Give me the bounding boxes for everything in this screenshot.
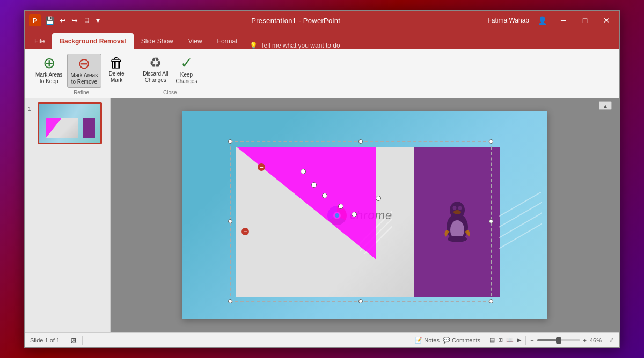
notes-button[interactable]: 📝 Notes bbox=[415, 337, 440, 344]
anchor-point-2[interactable] bbox=[311, 182, 317, 188]
app-window: P 💾 ↩ ↪ 🖥 ▾ Presentation1 - PowerPoint F… bbox=[24, 10, 620, 348]
delete-mark-button[interactable]: 🗑 DeleteMark bbox=[103, 54, 130, 86]
discard-label: Discard AllChanges bbox=[143, 71, 168, 84]
comments-label: Comments bbox=[452, 337, 480, 344]
maximize-button[interactable]: □ bbox=[576, 13, 594, 28]
fit-slide-button[interactable]: ⤢ bbox=[609, 337, 614, 344]
refine-label: Refine bbox=[32, 88, 130, 98]
zoom-fill bbox=[537, 339, 557, 341]
slide-canvas: chrome bbox=[182, 111, 547, 319]
more-icon[interactable]: ▾ bbox=[94, 15, 102, 26]
separator-1 bbox=[65, 336, 65, 345]
title-bar-nav: 💾 ↩ ↪ 🖥 ▾ bbox=[43, 15, 102, 26]
bg-lines bbox=[499, 192, 542, 256]
minimize-button[interactable]: ─ bbox=[555, 13, 572, 28]
thumbnail-bg bbox=[39, 104, 100, 143]
title-bar-left: P 💾 ↩ ↪ 🖥 ▾ Presentation1 - PowerPoint bbox=[29, 14, 487, 26]
close-buttons: ♻ Discard AllChanges ✓ KeepChanges bbox=[140, 51, 200, 88]
tab-file[interactable]: File bbox=[27, 33, 52, 49]
app-title: Presentation1 - PowerPoint bbox=[104, 17, 487, 25]
handle-tl[interactable] bbox=[228, 139, 232, 144]
undo-icon[interactable]: ↩ bbox=[57, 15, 68, 26]
ribbon-content: ⊕ Mark Areasto Keep ⊖ Mark Areasto Remov… bbox=[25, 49, 619, 98]
handle-bc[interactable] bbox=[358, 299, 363, 303]
refine-buttons: ⊕ Mark Areasto Keep ⊖ Mark Areasto Remov… bbox=[32, 51, 130, 88]
remove-marker-2[interactable]: − bbox=[241, 228, 249, 235]
mark-keep-label: Mark Areasto Keep bbox=[35, 72, 63, 85]
discard-icon: ♻ bbox=[149, 56, 162, 70]
zoom-out-button[interactable]: − bbox=[530, 337, 533, 344]
reading-view-button[interactable]: 📖 bbox=[506, 337, 514, 344]
discard-changes-button[interactable]: ♻ Discard AllChanges bbox=[140, 54, 171, 86]
separator-3 bbox=[485, 336, 485, 345]
tab-background-removal[interactable]: Background Removal bbox=[52, 33, 133, 49]
zoom-thumb[interactable] bbox=[556, 337, 561, 344]
remove-marker-1[interactable]: − bbox=[258, 163, 265, 171]
separator-4 bbox=[525, 336, 526, 345]
keep-changes-button[interactable]: ✓ KeepChanges bbox=[172, 54, 200, 87]
zoom-slider[interactable] bbox=[537, 339, 580, 341]
mark-remove-icon: ⊖ bbox=[78, 56, 90, 71]
anchor-point-3[interactable] bbox=[322, 193, 327, 198]
slide-info: Slide 1 of 1 bbox=[30, 337, 60, 344]
slide-thumbnail[interactable] bbox=[38, 102, 102, 144]
notes-label: Notes bbox=[424, 337, 440, 344]
slide-sorter-button[interactable]: ⊞ bbox=[498, 337, 503, 344]
slide-thumb-container: 1 bbox=[28, 102, 107, 144]
main-area: 1 ▲ bbox=[25, 98, 619, 332]
keep-label: KeepChanges bbox=[175, 72, 197, 85]
mark-keep-button[interactable]: ⊕ Mark Areasto Keep bbox=[32, 54, 66, 87]
anchor-point-6[interactable] bbox=[376, 196, 381, 201]
comments-icon: 💬 bbox=[443, 337, 450, 344]
anchor-point-1[interactable] bbox=[301, 169, 306, 174]
status-icon: 🖼 bbox=[71, 337, 77, 344]
canvas-area[interactable]: ▲ chrome bbox=[111, 98, 619, 332]
delete-mark-icon: 🗑 bbox=[109, 56, 123, 70]
slide-number: 1 bbox=[28, 106, 35, 112]
anchor-point-4[interactable] bbox=[338, 204, 343, 209]
mark-keep-icon: ⊕ bbox=[43, 56, 55, 71]
powerpoint-icon: P bbox=[29, 14, 41, 26]
scroll-top-button[interactable]: ▲ bbox=[599, 101, 612, 110]
title-bar-right: Fatima Wahab 👤 ─ □ ✕ bbox=[487, 13, 615, 28]
redo-icon[interactable]: ↪ bbox=[69, 15, 80, 26]
mark-remove-label: Mark Areasto Remove bbox=[71, 72, 98, 85]
status-left: Slide 1 of 1 🖼 bbox=[30, 336, 411, 345]
tab-slide-show[interactable]: Slide Show bbox=[134, 33, 181, 49]
handle-mr[interactable] bbox=[489, 219, 493, 223]
close-label: Close bbox=[140, 88, 200, 98]
save-icon[interactable]: 💾 bbox=[43, 15, 56, 26]
lightbulb-icon: 💡 bbox=[250, 42, 258, 49]
slide-panel: 1 bbox=[25, 98, 111, 332]
close-button[interactable]: ✕ bbox=[598, 13, 615, 28]
status-right: 📝 Notes 💬 Comments ▤ ⊞ 📖 ▶ − + 46% ⤢ bbox=[415, 336, 614, 345]
keep-icon: ✓ bbox=[180, 56, 193, 71]
anchor-point-5[interactable] bbox=[352, 212, 357, 217]
ribbon: File Background Removal Slide Show View … bbox=[25, 30, 619, 98]
ribbon-group-refine: ⊕ Mark Areasto Keep ⊖ Mark Areasto Remov… bbox=[28, 51, 135, 98]
ribbon-tabs: File Background Removal Slide Show View … bbox=[25, 30, 619, 49]
tab-format[interactable]: Format bbox=[210, 33, 245, 49]
handle-br[interactable] bbox=[489, 299, 493, 303]
tell-me-label[interactable]: Tell me what you want to do bbox=[261, 42, 340, 49]
handle-ml[interactable] bbox=[228, 219, 232, 223]
title-bar: P 💾 ↩ ↪ 🖥 ▾ Presentation1 - PowerPoint F… bbox=[25, 11, 619, 30]
screen-icon[interactable]: 🖥 bbox=[81, 15, 93, 26]
zoom-in-button[interactable]: + bbox=[583, 337, 587, 344]
handle-tr[interactable] bbox=[489, 139, 493, 144]
user-account-icon[interactable]: 👤 bbox=[533, 13, 551, 28]
handle-tc[interactable] bbox=[358, 139, 363, 144]
notes-icon: 📝 bbox=[415, 337, 422, 344]
thumb-purple bbox=[83, 118, 95, 138]
slideshow-button[interactable]: ▶ bbox=[517, 337, 521, 344]
zoom-percent[interactable]: 46% bbox=[590, 337, 606, 344]
ribbon-group-close: ♻ Discard AllChanges ✓ KeepChanges Close bbox=[135, 51, 204, 98]
image-selection-box[interactable]: − − bbox=[230, 141, 492, 302]
handle-bl[interactable] bbox=[228, 299, 232, 303]
tab-view[interactable]: View bbox=[181, 33, 210, 49]
normal-view-button[interactable]: ▤ bbox=[489, 337, 495, 344]
separator-2 bbox=[82, 336, 83, 345]
mark-remove-button[interactable]: ⊖ Mark Areasto Remove bbox=[67, 54, 102, 88]
comments-button[interactable]: 💬 Comments bbox=[443, 337, 480, 344]
user-name: Fatima Wahab bbox=[487, 17, 529, 24]
